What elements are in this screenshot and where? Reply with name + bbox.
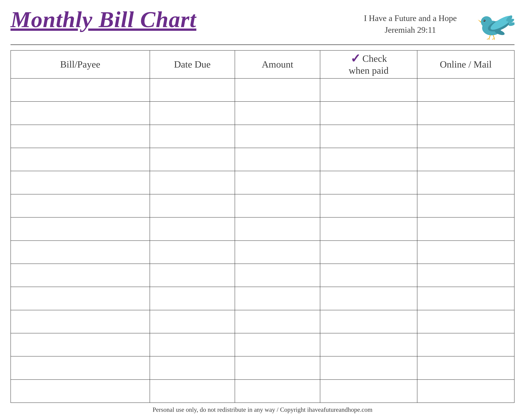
cell-online (417, 171, 515, 194)
cell-amount (235, 310, 320, 333)
table-row (11, 79, 515, 102)
cell-amount (235, 217, 320, 240)
bird-icon (476, 9, 515, 41)
col-label-date: Date Due (174, 59, 211, 70)
cell-online (417, 287, 515, 310)
table-row (11, 102, 515, 125)
cell-date (150, 195, 235, 217)
cell-bill (11, 380, 150, 402)
svg-line-12 (493, 35, 494, 38)
cell-amount (235, 333, 320, 356)
cell-bill (11, 79, 150, 101)
cell-online (417, 310, 515, 333)
cell-online (417, 195, 515, 217)
cell-bill (11, 148, 150, 171)
table-row (11, 241, 515, 264)
cell-date (150, 217, 235, 240)
table-row (11, 125, 515, 148)
cell-bill (11, 356, 150, 379)
cell-date (150, 333, 235, 356)
cell-bill (11, 264, 150, 287)
col-label-check-top: Check (362, 53, 387, 64)
cell-date (150, 264, 235, 287)
svg-line-15 (492, 38, 494, 39)
cell-amount (235, 171, 320, 194)
col-label-check-bottom: when paid (349, 65, 389, 76)
footer: Personal use only, do not redistribute i… (10, 402, 515, 417)
title-area: Monthly Bill Chart (10, 7, 196, 32)
col-header-online: Online / Mail (417, 51, 515, 78)
cell-date (150, 125, 235, 148)
cell-bill (11, 333, 150, 356)
cell-date (150, 287, 235, 310)
cell-online (417, 380, 515, 402)
cell-bill (11, 287, 150, 310)
checkmark-icon: ✓ (350, 53, 361, 65)
cell-online (417, 241, 515, 263)
header-right: I Have a Future and a Hope Jeremiah 29:1… (364, 12, 515, 41)
cell-online (417, 102, 515, 124)
col-label-amount: Amount (262, 59, 293, 70)
cell-bill (11, 310, 150, 333)
cell-check (320, 79, 417, 101)
bill-table: Bill/Payee Date Due Amount ✓ Check when … (10, 50, 515, 402)
svg-line-11 (489, 35, 490, 38)
bird-svg (476, 9, 515, 40)
table-row (11, 148, 515, 171)
check-header-top: ✓ Check (350, 53, 387, 65)
cell-date (150, 79, 235, 101)
cell-date (150, 310, 235, 333)
cell-bill (11, 241, 150, 263)
cell-check (320, 380, 417, 402)
cell-amount (235, 380, 320, 402)
col-header-bill: Bill/Payee (11, 51, 150, 78)
cell-check (320, 356, 417, 379)
cell-check (320, 171, 417, 194)
svg-line-13 (487, 38, 489, 39)
table-row (11, 264, 515, 287)
scripture-line2: Jeremiah 29:11 (385, 25, 436, 35)
svg-marker-4 (478, 19, 481, 23)
header: Monthly Bill Chart I Have a Future and a… (10, 7, 515, 45)
table-row (11, 356, 515, 380)
cell-amount (235, 148, 320, 171)
col-label-online: Online / Mail (440, 59, 492, 70)
cell-check (320, 287, 417, 310)
cell-check (320, 241, 417, 263)
col-header-check: ✓ Check when paid (320, 51, 417, 78)
table-row (11, 380, 515, 402)
cell-amount (235, 356, 320, 379)
table-row (11, 310, 515, 333)
check-header-content: ✓ Check when paid (349, 53, 389, 76)
cell-amount (235, 287, 320, 310)
cell-check (320, 310, 417, 333)
cell-check (320, 195, 417, 217)
cell-online (417, 356, 515, 379)
cell-online (417, 79, 515, 101)
cell-amount (235, 102, 320, 124)
table-row (11, 333, 515, 356)
cell-amount (235, 264, 320, 287)
cell-check (320, 102, 417, 124)
footer-text: Personal use only, do not redistribute i… (153, 406, 372, 413)
cell-amount (235, 79, 320, 101)
cell-bill (11, 102, 150, 124)
cell-check (320, 264, 417, 287)
table-row (11, 287, 515, 310)
cell-bill (11, 171, 150, 194)
scripture-text: I Have a Future and a Hope Jeremiah 29:1… (364, 12, 457, 36)
table-row (11, 171, 515, 194)
col-header-amount: Amount (235, 51, 320, 78)
table-header-row: Bill/Payee Date Due Amount ✓ Check when … (11, 51, 515, 79)
cell-date (150, 241, 235, 263)
cell-bill (11, 217, 150, 240)
table-row (11, 195, 515, 217)
cell-online (417, 148, 515, 171)
cell-amount (235, 241, 320, 263)
cell-online (417, 125, 515, 148)
cell-check (320, 148, 417, 171)
svg-point-2 (483, 19, 486, 22)
cell-online (417, 217, 515, 240)
cell-date (150, 148, 235, 171)
cell-bill (11, 195, 150, 217)
